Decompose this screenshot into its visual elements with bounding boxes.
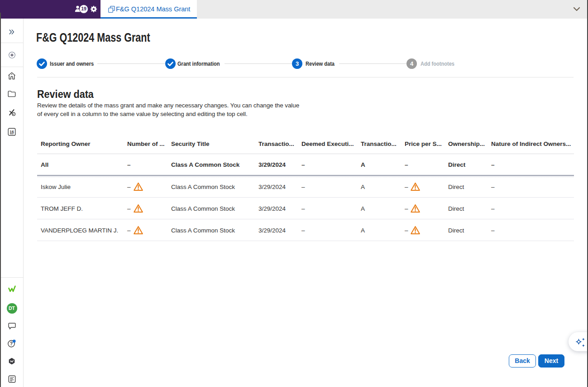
svg-text:?: ? [10, 341, 13, 346]
svg-text:16: 16 [10, 130, 14, 134]
